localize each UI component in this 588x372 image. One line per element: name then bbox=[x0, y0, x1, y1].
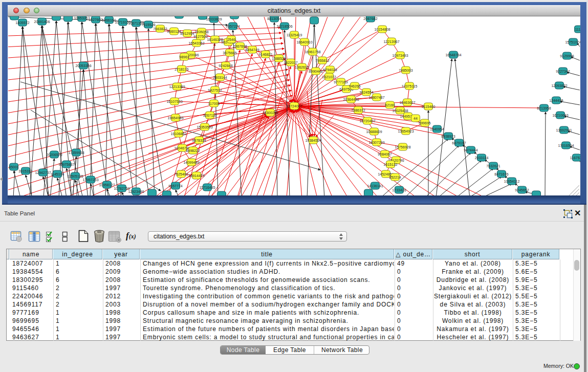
svg-text:2803144: 2803144 bbox=[213, 76, 227, 79]
svg-text:1405572: 1405572 bbox=[15, 21, 29, 25]
svg-text:2933114: 2933114 bbox=[475, 156, 489, 160]
svg-text:98961: 98961 bbox=[179, 55, 189, 59]
svg-text:15720407: 15720407 bbox=[359, 119, 375, 123]
svg-text:12213967: 12213967 bbox=[383, 40, 399, 43]
svg-text:8471676: 8471676 bbox=[494, 172, 508, 176]
svg-text:6879197: 6879197 bbox=[452, 141, 466, 145]
svg-text:62160: 62160 bbox=[385, 103, 395, 107]
svg-text:18463627: 18463627 bbox=[399, 101, 415, 104]
svg-text:8213958: 8213958 bbox=[537, 106, 551, 110]
svg-text:1588520: 1588520 bbox=[272, 57, 286, 60]
svg-text:3267110: 3267110 bbox=[203, 114, 217, 117]
svg-text:16548784: 16548784 bbox=[445, 53, 461, 57]
svg-text:16543362: 16543362 bbox=[188, 41, 204, 45]
svg-text:117006: 117006 bbox=[208, 102, 220, 105]
svg-text:20053346: 20053346 bbox=[75, 64, 91, 68]
svg-text:12375115: 12375115 bbox=[402, 84, 418, 88]
svg-text:12093872: 12093872 bbox=[551, 84, 567, 87]
svg-text:10025438: 10025438 bbox=[392, 109, 408, 113]
svg-text:10154808: 10154808 bbox=[374, 28, 390, 31]
svg-text:12213389: 12213389 bbox=[169, 85, 185, 89]
svg-text:20206570: 20206570 bbox=[46, 153, 62, 157]
svg-text:2367608: 2367608 bbox=[233, 45, 247, 48]
svg-text:90975887: 90975887 bbox=[58, 163, 74, 166]
svg-text:10973493: 10973493 bbox=[392, 54, 408, 57]
svg-text:9660124: 9660124 bbox=[167, 30, 181, 33]
svg-text:1615132: 1615132 bbox=[383, 163, 397, 166]
svg-text:1527602: 1527602 bbox=[89, 18, 102, 21]
svg-text:1145194: 1145194 bbox=[51, 172, 64, 176]
svg-text:2546: 2546 bbox=[227, 38, 235, 41]
svg-text:1733426: 1733426 bbox=[392, 188, 406, 192]
svg-text:7663822: 7663822 bbox=[153, 27, 167, 31]
svg-text:44: 44 bbox=[413, 117, 418, 120]
svg-text:9115460: 9115460 bbox=[422, 105, 435, 108]
svg-text:3915312: 3915312 bbox=[18, 169, 32, 173]
svg-text:9245652: 9245652 bbox=[515, 188, 529, 192]
svg-text:3824554: 3824554 bbox=[359, 91, 373, 94]
svg-text:12505135: 12505135 bbox=[67, 174, 83, 178]
svg-text:9878334: 9878334 bbox=[192, 139, 206, 142]
svg-text:9146821: 9146821 bbox=[258, 53, 272, 56]
svg-text:8990448: 8990448 bbox=[309, 70, 322, 73]
svg-text:2087682: 2087682 bbox=[363, 17, 377, 20]
svg-text:16107533: 16107533 bbox=[166, 100, 182, 103]
svg-text:9777169: 9777169 bbox=[334, 80, 347, 84]
svg-text:6794028: 6794028 bbox=[323, 68, 337, 72]
svg-text:3675685: 3675685 bbox=[223, 51, 236, 55]
svg-text:9427512: 9427512 bbox=[208, 89, 222, 92]
svg-text:9127503: 9127503 bbox=[193, 35, 207, 38]
svg-text:16033809: 16033809 bbox=[206, 17, 222, 21]
svg-text:12942737: 12942737 bbox=[35, 171, 51, 174]
svg-text:17359938: 17359938 bbox=[68, 151, 84, 155]
svg-text:8454749: 8454749 bbox=[245, 48, 259, 52]
svg-text:19218506: 19218506 bbox=[276, 25, 292, 28]
svg-text:8938923: 8938923 bbox=[441, 135, 455, 138]
svg-text:10688609: 10688609 bbox=[366, 130, 382, 134]
svg-text:8498222: 8498222 bbox=[186, 149, 200, 152]
svg-text:1167533: 1167533 bbox=[570, 156, 580, 160]
svg-text:14136141: 14136141 bbox=[367, 184, 383, 188]
svg-text:18300295: 18300295 bbox=[262, 111, 278, 115]
svg-text:19384554: 19384554 bbox=[305, 139, 321, 142]
svg-text:9474444: 9474444 bbox=[464, 148, 477, 152]
svg-text:9657774: 9657774 bbox=[168, 184, 182, 188]
svg-text:1244415: 1244415 bbox=[549, 99, 563, 102]
svg-text:252214: 252214 bbox=[389, 176, 401, 179]
svg-text:9227342: 9227342 bbox=[556, 70, 570, 73]
svg-text:18307299: 18307299 bbox=[368, 141, 384, 144]
svg-text:20364436: 20364436 bbox=[343, 98, 359, 101]
svg-text:15716485: 15716485 bbox=[199, 186, 215, 189]
svg-text:10782759: 10782759 bbox=[114, 187, 129, 190]
svg-text:13654923: 13654923 bbox=[398, 129, 413, 133]
svg-text:16961758: 16961758 bbox=[304, 50, 320, 54]
svg-text:9357224: 9357224 bbox=[226, 25, 239, 28]
svg-text:10654112: 10654112 bbox=[504, 180, 520, 183]
svg-text:9129996: 9129996 bbox=[560, 54, 574, 58]
svg-text:7515526: 7515526 bbox=[141, 23, 155, 27]
svg-text:16210643: 16210643 bbox=[552, 114, 568, 117]
svg-text:1640954: 1640954 bbox=[430, 127, 444, 131]
svg-text:18146328: 18146328 bbox=[207, 38, 223, 41]
svg-text:85001: 85001 bbox=[9, 165, 19, 169]
svg-text:15756928: 15756928 bbox=[395, 145, 410, 149]
svg-text:15751074: 15751074 bbox=[565, 40, 580, 44]
svg-text:746266: 746266 bbox=[349, 84, 360, 88]
svg-text:6466160: 6466160 bbox=[102, 18, 116, 22]
svg-text:8912954: 8912954 bbox=[180, 32, 194, 35]
svg-text:16914479: 16914479 bbox=[188, 174, 204, 178]
svg-text:10958127: 10958127 bbox=[99, 183, 115, 187]
svg-text:19106852: 19106852 bbox=[170, 132, 186, 136]
svg-text:7485003: 7485003 bbox=[399, 69, 412, 72]
svg-text:7955812: 7955812 bbox=[315, 59, 329, 62]
svg-text:3822037: 3822037 bbox=[284, 61, 297, 64]
svg-text:12923446: 12923446 bbox=[128, 190, 144, 193]
svg-text:11325419: 11325419 bbox=[287, 33, 302, 37]
svg-text:8813054: 8813054 bbox=[267, 17, 281, 20]
svg-text:14099489: 14099489 bbox=[183, 161, 199, 164]
svg-text:1112: 1112 bbox=[575, 28, 580, 31]
svg-text:9242848: 9242848 bbox=[219, 64, 232, 68]
svg-text:17957253: 17957253 bbox=[82, 178, 98, 182]
svg-text:20691406: 20691406 bbox=[34, 20, 50, 24]
svg-text:18640910: 18640910 bbox=[296, 40, 312, 44]
